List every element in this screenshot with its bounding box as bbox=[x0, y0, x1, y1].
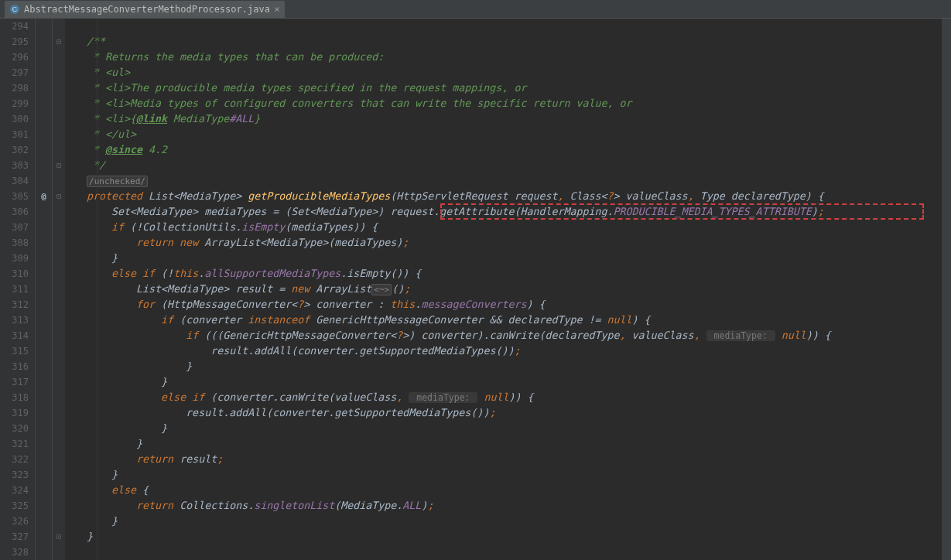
code-line[interactable]: protected List<MediaType> getProducibleM… bbox=[65, 189, 951, 204]
code-line[interactable]: } bbox=[65, 467, 951, 483]
code-line[interactable]: else if (!this.allSupportedMediaTypes.is… bbox=[65, 266, 951, 282]
fold-marker[interactable] bbox=[53, 282, 65, 297]
code-line[interactable]: } bbox=[65, 514, 951, 529]
code-line[interactable]: * <li>{@link MediaType#ALL} bbox=[65, 111, 951, 127]
token: */ bbox=[68, 159, 105, 171]
line-number: 324 bbox=[0, 483, 29, 498]
code-line[interactable]: * </ul> bbox=[65, 127, 951, 142]
code-line[interactable]: return result; bbox=[65, 452, 951, 467]
code-line[interactable]: if (((GenericHttpMessageConverter<?>) co… bbox=[65, 328, 951, 343]
fold-marker[interactable] bbox=[53, 343, 65, 359]
code-line[interactable]: * <ul> bbox=[65, 65, 951, 80]
fold-marker[interactable] bbox=[53, 111, 65, 127]
fold-marker[interactable] bbox=[53, 467, 65, 483]
error-stripe[interactable] bbox=[942, 19, 951, 560]
fold-marker[interactable]: ⊟ bbox=[53, 189, 65, 204]
code-line[interactable]: * <li>The producible media types specifi… bbox=[65, 80, 951, 96]
code-line[interactable]: if (!CollectionUtils.isEmpty(mediaTypes)… bbox=[65, 220, 951, 235]
token: else if bbox=[161, 391, 210, 403]
close-icon[interactable]: × bbox=[274, 3, 280, 15]
gutter-marker bbox=[36, 297, 52, 312]
gutter-marker bbox=[36, 251, 52, 266]
token: /** bbox=[68, 36, 105, 47]
code-line[interactable]: } bbox=[65, 359, 951, 374]
code-line[interactable] bbox=[65, 19, 951, 34]
fold-marker[interactable] bbox=[53, 498, 65, 514]
token: ; bbox=[402, 237, 409, 248]
code-line[interactable]: * <li>Media types of configured converte… bbox=[65, 96, 951, 111]
fold-marker[interactable] bbox=[53, 421, 65, 436]
fold-marker[interactable] bbox=[53, 173, 65, 189]
fold-marker[interactable] bbox=[53, 545, 65, 560]
token: return bbox=[136, 500, 180, 511]
code-line[interactable]: else if (converter.canWrite(valueClass, … bbox=[65, 390, 951, 405]
fold-marker[interactable] bbox=[53, 142, 65, 158]
token: if bbox=[111, 221, 130, 233]
gutter-marker bbox=[36, 545, 52, 560]
fold-marker[interactable] bbox=[53, 266, 65, 282]
fold-marker[interactable]: ⊟ bbox=[53, 158, 65, 173]
line-number: 326 bbox=[0, 514, 29, 529]
indent-guide bbox=[97, 19, 97, 560]
code-line[interactable]: return new ArrayList<MediaType>(mediaTyp… bbox=[65, 235, 951, 251]
code-line[interactable]: * @since 4.2 bbox=[65, 142, 951, 158]
code-line[interactable]: /** bbox=[65, 34, 951, 50]
code-line[interactable]: } bbox=[65, 436, 951, 452]
token: if bbox=[186, 330, 204, 341]
line-number: 309 bbox=[0, 251, 29, 266]
code-line[interactable]: return Collections.singletonList(MediaTy… bbox=[65, 498, 951, 514]
fold-marker[interactable] bbox=[53, 127, 65, 142]
fold-marker[interactable]: ⊡ bbox=[53, 529, 65, 545]
gutter-marker bbox=[36, 514, 52, 529]
code-line[interactable]: for (HttpMessageConverter<?> converter :… bbox=[65, 297, 951, 312]
fold-marker[interactable] bbox=[53, 359, 65, 374]
line-number: 302 bbox=[0, 142, 29, 158]
fold-marker[interactable] bbox=[53, 390, 65, 405]
fold-marker[interactable] bbox=[53, 405, 65, 421]
fold-marker[interactable] bbox=[53, 50, 65, 65]
code-line[interactable]: result.addAll(converter.getSupportedMedi… bbox=[65, 343, 951, 359]
file-tab[interactable]: C AbstractMessageConverterMethodProcesso… bbox=[5, 1, 285, 18]
gutter-marker bbox=[36, 529, 52, 545]
code-line[interactable]: Set<MediaType> mediaTypes = (Set<MediaTy… bbox=[65, 204, 951, 220]
fold-marker[interactable] bbox=[53, 235, 65, 251]
fold-marker[interactable] bbox=[53, 374, 65, 390]
fold-marker[interactable] bbox=[53, 96, 65, 111]
code-area[interactable]: /** * Returns the media types that can b… bbox=[65, 19, 951, 560]
fold-gutter: ⊟⊟⊟⊡ bbox=[53, 19, 65, 560]
fold-marker[interactable] bbox=[53, 251, 65, 266]
code-line[interactable]: /unchecked/ bbox=[65, 173, 951, 189]
fold-marker[interactable] bbox=[53, 452, 65, 467]
fold-marker[interactable] bbox=[53, 312, 65, 328]
token bbox=[87, 268, 111, 279]
fold-marker[interactable] bbox=[53, 436, 65, 452]
fold-marker[interactable] bbox=[53, 19, 65, 34]
token: > converter : bbox=[303, 299, 390, 310]
code-line[interactable]: result.addAll(converter.getSupportedMedi… bbox=[65, 405, 951, 421]
token: } bbox=[254, 113, 260, 125]
line-number: 296 bbox=[0, 50, 29, 65]
token: @since bbox=[105, 144, 142, 155]
fold-marker[interactable] bbox=[53, 220, 65, 235]
gutter-marker: @ bbox=[36, 189, 52, 204]
fold-marker[interactable] bbox=[53, 514, 65, 529]
code-line[interactable]: } bbox=[65, 251, 951, 266]
code-line[interactable]: else { bbox=[65, 483, 951, 498]
fold-marker[interactable]: ⊟ bbox=[53, 34, 65, 50]
code-line[interactable]: */ bbox=[65, 158, 951, 173]
code-line[interactable]: } bbox=[65, 421, 951, 436]
code-line[interactable]: if (converter instanceof GenericHttpMess… bbox=[65, 312, 951, 328]
fold-marker[interactable] bbox=[53, 65, 65, 80]
code-line[interactable]: List<MediaType> result = new ArrayList<~… bbox=[65, 282, 951, 297]
fold-marker[interactable] bbox=[53, 483, 65, 498]
fold-marker[interactable] bbox=[53, 297, 65, 312]
java-class-icon: C bbox=[9, 4, 20, 15]
fold-marker[interactable] bbox=[53, 80, 65, 96]
code-line[interactable] bbox=[65, 545, 951, 560]
gutter-marker bbox=[36, 282, 52, 297]
code-line[interactable]: } bbox=[65, 529, 951, 545]
code-line[interactable]: * Returns the media types that can be pr… bbox=[65, 50, 951, 65]
fold-marker[interactable] bbox=[53, 204, 65, 220]
code-line[interactable]: } bbox=[65, 374, 951, 390]
fold-marker[interactable] bbox=[53, 328, 65, 343]
